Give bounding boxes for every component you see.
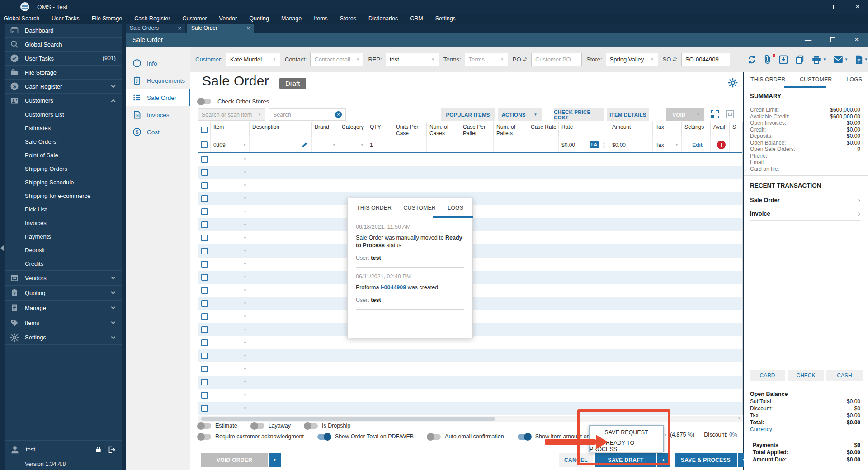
- chevron-down-icon[interactable]: ▼: [243, 210, 247, 214]
- show-order-total-toggle[interactable]: [317, 434, 331, 440]
- sidebar-item-file-storage[interactable]: File Storage: [5, 66, 122, 80]
- popup-tab-logs[interactable]: LOGS: [448, 205, 463, 211]
- menu-file-storage[interactable]: File Storage: [92, 15, 122, 22]
- chevron-down-icon[interactable]: ▼: [243, 170, 247, 174]
- sidebar-subitem-shipping-orders[interactable]: Shipping Orders: [5, 162, 122, 175]
- tab-sale-orders[interactable]: Sale Orders ×: [126, 24, 185, 33]
- chevron-down-icon[interactable]: ▼: [243, 197, 247, 201]
- sidebar-subitem-deposit[interactable]: Deposit: [5, 243, 122, 257]
- copy-icon[interactable]: [795, 55, 805, 65]
- save-process-button[interactable]: SAVE & PROCESS: [675, 453, 737, 467]
- card-button[interactable]: CARD: [750, 370, 785, 381]
- menu-vendor[interactable]: Vendor: [219, 15, 237, 22]
- sidebar-item-global-search[interactable]: Global Search: [5, 38, 122, 52]
- popup-tab-this-order[interactable]: THIS ORDER: [357, 205, 392, 211]
- menu-global-search[interactable]: Global Search: [4, 15, 39, 22]
- chevron-down-icon[interactable]: ▼: [243, 262, 247, 266]
- row-checkbox[interactable]: [201, 235, 208, 241]
- sidebar-subitem-payments[interactable]: Payments: [5, 230, 122, 243]
- row-checkbox[interactable]: [201, 313, 208, 320]
- chevron-down-icon[interactable]: ▼: [243, 315, 247, 319]
- po-input[interactable]: Customer PO: [531, 53, 582, 66]
- print-icon[interactable]: ▼: [811, 55, 826, 65]
- chevron-down-icon[interactable]: ▼: [243, 328, 247, 332]
- void-button[interactable]: VOID: [666, 108, 692, 121]
- discount-indicator[interactable]: Discount: 0%: [704, 432, 737, 438]
- row-checkbox[interactable]: [201, 141, 208, 148]
- panel-tab-customer[interactable]: CUSTOMER: [800, 76, 832, 83]
- window-minimize-button[interactable]: —: [809, 3, 816, 11]
- so-number-input[interactable]: SO-0044909: [681, 53, 730, 66]
- chevron-down-icon[interactable]: ▼: [243, 275, 247, 279]
- category-cell[interactable]: ▼: [339, 137, 367, 152]
- sidebar-item-cash-register[interactable]: $ Cash Register: [5, 80, 122, 94]
- table-row[interactable]: ▼: [198, 153, 742, 166]
- scrollbar-thumb[interactable]: [201, 417, 495, 421]
- availability-alert-icon[interactable]: !: [717, 141, 726, 149]
- price-level-badge[interactable]: LA: [590, 141, 599, 148]
- require-acknowledgment-toggle[interactable]: [198, 434, 211, 440]
- item-details-button[interactable]: ITEM DETAILS: [607, 108, 649, 121]
- window-close-button[interactable]: ×: [855, 2, 860, 11]
- refresh-icon[interactable]: [747, 55, 757, 65]
- chevron-down-icon[interactable]: ▼: [243, 223, 247, 227]
- lock-icon[interactable]: [94, 446, 102, 453]
- chevron-down-icon[interactable]: ▼: [675, 143, 679, 147]
- panel-tab-this-order[interactable]: THIS ORDER: [750, 76, 785, 83]
- description-cell[interactable]: [250, 137, 312, 152]
- contact-select[interactable]: Contact email▼: [310, 53, 363, 66]
- menu-settings[interactable]: Settings: [435, 15, 456, 22]
- menu-user-tasks[interactable]: User Tasks: [52, 15, 80, 22]
- sidebar-item-user-tasks[interactable]: User Tasks (901): [5, 52, 122, 66]
- table-row[interactable]: ▼: [198, 389, 742, 402]
- case-rate-cell[interactable]: [528, 137, 559, 152]
- row-checkbox[interactable]: [201, 195, 208, 202]
- customer-label[interactable]: Customer:: [195, 56, 222, 63]
- row-checkbox[interactable]: [201, 248, 208, 254]
- recent-invoice-link[interactable]: Invoice›: [750, 207, 860, 221]
- sidebar-item-vendors[interactable]: Vendors: [5, 270, 122, 285]
- sidebar-item-customers[interactable]: Customers: [5, 94, 122, 108]
- menu-quoting[interactable]: Quoting: [249, 15, 269, 22]
- table-row[interactable]: ▼: [198, 376, 742, 389]
- table-row[interactable]: ▼: [198, 336, 742, 349]
- check-other-stores-toggle[interactable]: [198, 99, 211, 104]
- void-order-dropdown-caret[interactable]: ▼: [269, 453, 281, 467]
- chevron-down-icon[interactable]: ▼: [243, 143, 246, 147]
- sidebar-item-dashboard[interactable]: Dashboard: [5, 24, 122, 38]
- popular-items-button[interactable]: POPULAR ITEMS: [441, 108, 495, 121]
- show-item-amount-toggle[interactable]: [518, 434, 531, 440]
- terms-select[interactable]: Terms▼: [465, 53, 508, 66]
- order-settings-gear-icon[interactable]: [728, 78, 738, 88]
- nav-item-sale-order[interactable]: Sale Order: [126, 89, 190, 106]
- chevron-down-icon[interactable]: ▼: [243, 249, 247, 253]
- menu-cash-register[interactable]: Cash Register: [134, 15, 170, 22]
- table-row[interactable]: ▼: [198, 179, 742, 192]
- doc-close-button[interactable]: ×: [854, 35, 859, 44]
- customer-select[interactable]: Kate Murriel▼: [226, 53, 280, 66]
- chevron-down-icon[interactable]: ▼: [243, 288, 247, 292]
- chevron-down-icon[interactable]: ▼: [243, 393, 247, 397]
- row-checkbox[interactable]: [201, 182, 208, 189]
- sidebar-item-manage[interactable]: Manage: [5, 300, 122, 315]
- layaway-toggle[interactable]: [251, 423, 264, 429]
- store-select[interactable]: Spring Valley▼: [606, 53, 658, 66]
- sidebar-item-quoting[interactable]: ? Quoting: [5, 285, 122, 300]
- row-checkbox[interactable]: [201, 287, 208, 294]
- rate-menu-icon[interactable]: ⋮: [601, 141, 607, 149]
- chevron-down-icon[interactable]: ▼: [243, 406, 247, 410]
- sidebar-subitem-credits[interactable]: Credits: [5, 257, 122, 270]
- table-row-active[interactable]: 0309▼ ▼ ▼ 1 $0.00LA⋮ $0.00 Tax▼ Edit !: [198, 137, 742, 153]
- units-per-case-cell[interactable]: [393, 137, 427, 152]
- void-dropdown-caret[interactable]: ▼: [692, 108, 704, 121]
- sidebar-subitem-estimates[interactable]: Estimates: [5, 121, 122, 135]
- chevron-down-icon[interactable]: ▼: [243, 341, 247, 345]
- row-checkbox[interactable]: [201, 221, 208, 228]
- edit-pencil-icon[interactable]: [301, 141, 308, 148]
- row-checkbox[interactable]: [201, 274, 208, 281]
- sidebar-collapse-arrow[interactable]: [0, 245, 4, 251]
- row-checkbox[interactable]: [201, 379, 208, 385]
- proforma-link[interactable]: I-0044909: [381, 284, 406, 291]
- sidebar-subitem-sale-orders[interactable]: Sale Orders: [5, 135, 122, 148]
- menu-dictionaries[interactable]: Dictionaries: [368, 15, 398, 22]
